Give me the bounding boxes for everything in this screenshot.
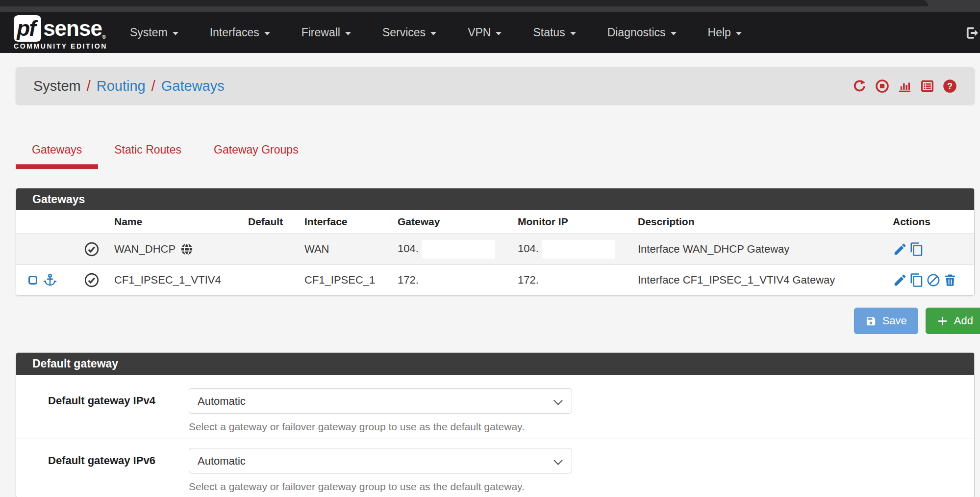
monitor-ip-cell: 172. bbox=[514, 264, 634, 295]
window-chrome-tab bbox=[0, 0, 928, 6]
default-gateway-ipv4-select-wrap: Automatic bbox=[189, 388, 572, 414]
breadcrumb-separator: / bbox=[151, 78, 155, 94]
redaction-box bbox=[542, 240, 615, 259]
edit-icon[interactable] bbox=[893, 242, 907, 257]
pfsense-logo-pf-text: pf bbox=[17, 16, 35, 41]
row-status-cell bbox=[80, 234, 110, 264]
breadcrumb-gateways-link[interactable]: Gateways bbox=[161, 78, 225, 94]
nav-item-firewall[interactable]: Firewall bbox=[286, 12, 367, 53]
tab-gateway-groups[interactable]: Gateway Groups bbox=[198, 144, 315, 169]
default-gateway-ipv6-help: Select a gateway or failover gateway gro… bbox=[189, 481, 572, 493]
default-gateway-ipv6-row: Default gateway IPv6 Automatic Select a … bbox=[16, 439, 974, 497]
anchor-icon bbox=[43, 273, 57, 288]
col-leading bbox=[16, 210, 80, 234]
default-gateway-ipv6-label: Default gateway IPv6 bbox=[48, 448, 173, 467]
gateways-panel: Gateways Name Default Interface Gateway … bbox=[16, 188, 975, 296]
chevron-down-icon bbox=[671, 32, 677, 35]
nav-item-vpn[interactable]: VPN bbox=[452, 12, 517, 53]
edit-icon[interactable] bbox=[893, 273, 907, 288]
save-button-label: Save bbox=[882, 314, 907, 327]
globe-icon bbox=[180, 242, 194, 256]
copy-icon[interactable] bbox=[909, 242, 924, 257]
nav-item-firewall-label: Firewall bbox=[302, 26, 340, 39]
chart-icon[interactable] bbox=[898, 79, 912, 93]
table-buttons: Save Add bbox=[16, 308, 975, 334]
gateway-name: CF1_IPSEC_1_VTIV4 bbox=[114, 274, 221, 287]
community-edition-label: COMMUNITY EDITION bbox=[14, 42, 107, 50]
chevron-down-icon bbox=[345, 32, 351, 35]
breadcrumb-bar: System / Routing / Gateways bbox=[16, 67, 975, 105]
add-button-label: Add bbox=[954, 314, 973, 327]
delete-icon[interactable] bbox=[943, 273, 957, 288]
window-chrome-strip bbox=[0, 0, 980, 12]
chevron-down-icon bbox=[173, 32, 178, 35]
col-status bbox=[80, 210, 110, 234]
registered-mark: ® bbox=[102, 34, 106, 40]
nav-item-interfaces[interactable]: Interfaces bbox=[194, 12, 286, 53]
nav-item-services-label: Services bbox=[382, 26, 426, 39]
pfsense-logo[interactable]: pf sense ® COMMUNITY EDITION bbox=[14, 15, 106, 51]
actions-cell bbox=[889, 234, 975, 264]
row-leading-cell bbox=[16, 264, 80, 295]
actions-cell bbox=[889, 264, 975, 295]
stop-icon[interactable] bbox=[875, 79, 889, 93]
col-name: Name bbox=[110, 210, 244, 234]
breadcrumb-routing-link[interactable]: Routing bbox=[97, 78, 146, 94]
default-gateway-ipv4-label: Default gateway IPv4 bbox=[48, 388, 173, 407]
col-default: Default bbox=[244, 210, 301, 234]
chevron-down-icon bbox=[496, 32, 502, 35]
chevron-down-icon bbox=[570, 32, 576, 35]
nav-item-status[interactable]: Status bbox=[517, 12, 591, 53]
sign-out-icon[interactable] bbox=[964, 26, 979, 40]
default-gateway-ipv4-help: Select a gateway or failover gateway gro… bbox=[189, 421, 572, 433]
gateway-address: 172. bbox=[398, 274, 419, 286]
col-interface: Interface bbox=[301, 210, 394, 234]
disable-icon[interactable] bbox=[926, 273, 941, 288]
nav-item-diagnostics[interactable]: Diagnostics bbox=[592, 12, 692, 53]
table-row-cf1-ipsec: CF1_IPSEC_1_VTIV4 CF1_IPSEC_1 172. 172. … bbox=[16, 264, 975, 295]
col-monitor-ip: Monitor IP bbox=[514, 210, 634, 234]
chevron-down-icon bbox=[264, 32, 270, 35]
default-gateway-ipv4-select[interactable]: Automatic bbox=[189, 388, 572, 414]
redaction-box bbox=[422, 240, 495, 259]
page-content: System / Routing / Gateways bbox=[16, 67, 975, 497]
save-button[interactable]: Save bbox=[854, 308, 918, 334]
nav-item-help[interactable]: Help bbox=[692, 12, 757, 53]
interface-cell: WAN bbox=[301, 234, 394, 264]
nav-item-vpn-label: VPN bbox=[468, 26, 491, 39]
routing-tabs: Gateways Static Routes Gateway Groups bbox=[16, 144, 975, 169]
monitor-ip: 104. bbox=[518, 242, 539, 254]
refresh-icon[interactable] bbox=[853, 79, 867, 93]
breadcrumb-separator: / bbox=[87, 78, 91, 94]
description-cell: Interface WAN_DHCP Gateway bbox=[634, 234, 889, 264]
nav-item-interfaces-label: Interfaces bbox=[210, 26, 259, 39]
gateway-address-cell: 172. bbox=[394, 264, 514, 295]
breadcrumb-actions: ? bbox=[853, 79, 957, 93]
default-gateway-panel: Default gateway Default gateway IPv4 Aut… bbox=[16, 352, 975, 497]
copy-icon[interactable] bbox=[909, 273, 924, 288]
nav-item-services[interactable]: Services bbox=[367, 12, 452, 53]
help-icon[interactable]: ? bbox=[943, 79, 957, 93]
default-gateway-ipv6-select-wrap: Automatic bbox=[189, 448, 572, 473]
breadcrumb-system: System bbox=[33, 78, 81, 94]
svg-text:?: ? bbox=[947, 81, 953, 91]
monitor-ip-cell: 104. bbox=[514, 234, 634, 264]
default-cell bbox=[244, 234, 301, 264]
log-list-icon[interactable] bbox=[920, 79, 934, 93]
default-cell bbox=[244, 264, 301, 295]
square-status-icon bbox=[28, 276, 37, 285]
row-leading-cell bbox=[16, 234, 80, 264]
add-button[interactable]: Add bbox=[926, 308, 980, 334]
tab-gateways[interactable]: Gateways bbox=[16, 144, 98, 169]
row-status-cell bbox=[80, 264, 110, 295]
default-gateway-ipv6-select[interactable]: Automatic bbox=[189, 448, 572, 473]
top-navbar: pf sense ® COMMUNITY EDITION System Inte… bbox=[0, 12, 980, 53]
nav-item-system[interactable]: System bbox=[114, 12, 194, 53]
col-actions: Actions bbox=[889, 210, 975, 234]
default-gateway-panel-title: Default gateway bbox=[16, 353, 974, 375]
gateways-table: Name Default Interface Gateway Monitor I… bbox=[16, 210, 975, 295]
main-menu: System Interfaces Firewall Services VPN … bbox=[114, 12, 757, 53]
nav-item-status-label: Status bbox=[533, 26, 565, 39]
monitor-ip: 172. bbox=[518, 274, 539, 286]
tab-static-routes[interactable]: Static Routes bbox=[98, 144, 198, 169]
